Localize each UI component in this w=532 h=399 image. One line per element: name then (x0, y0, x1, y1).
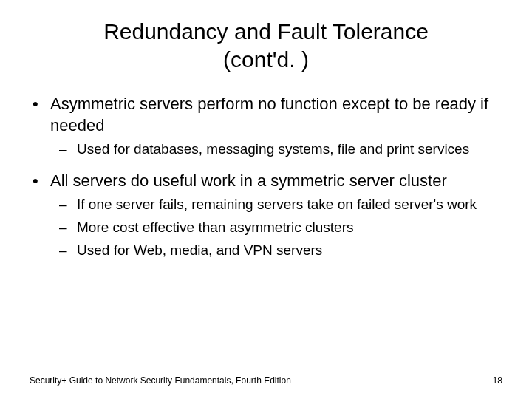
page-number: 18 (493, 375, 502, 386)
bullet-dot-icon: • (30, 171, 50, 192)
bullet-text: Asymmetric servers perform no function e… (50, 94, 502, 136)
slide-footer: Security+ Guide to Network Security Fund… (30, 375, 502, 386)
bullet-dash-icon: – (59, 196, 77, 214)
bullet-level2: – If one server fails, remaining servers… (59, 196, 502, 214)
bullet-level1: • Asymmetric servers perform no function… (30, 94, 502, 136)
bullet-level2: – Used for Web, media, and VPN servers (59, 242, 502, 260)
bullet-text: Used for Web, media, and VPN servers (77, 242, 502, 260)
bullet-dot-icon: • (30, 94, 50, 136)
bullet-level2: – More cost effective than asymmetric cl… (59, 219, 502, 237)
title-line-1: Redundancy and Fault Tolerance (103, 19, 429, 44)
bullet-text: All servers do useful work in a symmetri… (50, 171, 502, 192)
bullet-dash-icon: – (59, 140, 77, 159)
slide-body: • Asymmetric servers perform no function… (0, 73, 532, 260)
bullet-text: If one server fails, remaining servers t… (77, 196, 502, 214)
footer-source: Security+ Guide to Network Security Fund… (30, 375, 291, 386)
bullet-dash-icon: – (59, 219, 77, 237)
bullet-text: More cost effective than asymmetric clus… (77, 219, 502, 237)
bullet-text: Used for databases, messaging systems, f… (77, 140, 502, 159)
bullet-dash-icon: – (59, 242, 77, 260)
slide-title: Redundancy and Fault Tolerance (cont'd. … (0, 0, 532, 73)
title-line-2: (cont'd. ) (223, 47, 309, 72)
bullet-level1: • All servers do useful work in a symmet… (30, 171, 502, 192)
bullet-level2: – Used for databases, messaging systems,… (59, 140, 502, 159)
